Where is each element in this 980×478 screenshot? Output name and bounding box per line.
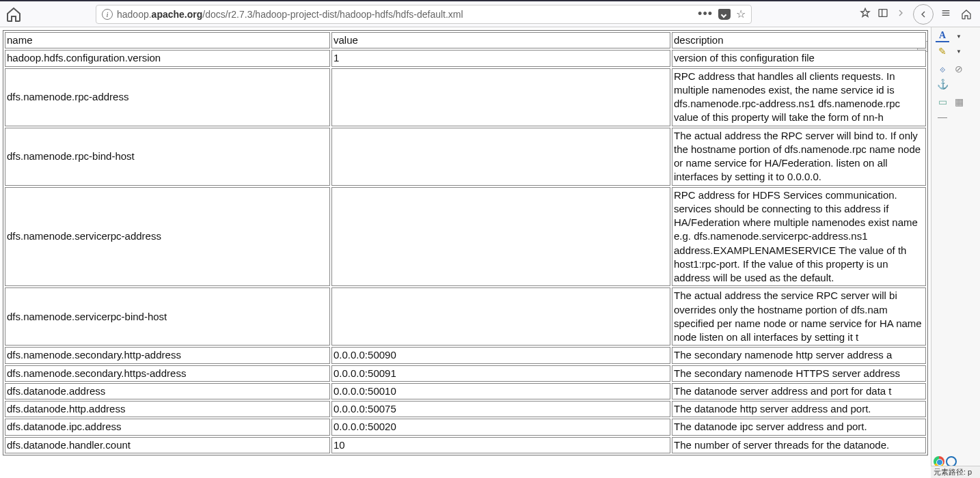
- browser-toolbar: i hadoop.apache.org/docs/r2.7.3/hadoop-p…: [0, 0, 980, 27]
- column-header-description: description: [672, 32, 926, 48]
- cell-description: version of this configuration file: [672, 50, 926, 66]
- forward-icon[interactable]: [895, 8, 906, 20]
- cell-description: The secondary namenode HTTPS server addr…: [672, 365, 926, 382]
- cell-name: dfs.namenode.secondary.http-address: [5, 347, 330, 363]
- cell-value: [331, 68, 670, 126]
- cell-description: The datanode server address and port for…: [672, 383, 926, 399]
- cell-name: dfs.datanode.handler.count: [5, 437, 330, 453]
- table-row: dfs.namenode.secondary.http-address0.0.0…: [5, 347, 926, 363]
- cell-description: The secondary namenode http server addre…: [672, 347, 926, 363]
- cell-name: hadoop.hdfs.configuration.version: [5, 50, 330, 66]
- menu-icon[interactable]: [940, 8, 951, 20]
- url-actions: ••• ☆: [698, 7, 746, 21]
- cell-description: The datanode ipc server address and port…: [672, 419, 926, 435]
- sidebar-toggle-icon[interactable]: [877, 8, 888, 20]
- table-row: dfs.datanode.handler.count10The number o…: [5, 437, 926, 453]
- dropdown-arrow-icon[interactable]: ▼: [952, 30, 966, 42]
- link-icon[interactable]: ⟐: [936, 63, 949, 75]
- cell-name: dfs.namenode.servicerpc-address: [5, 187, 330, 287]
- pocket-icon[interactable]: [718, 9, 731, 20]
- table-row: dfs.namenode.rpc-addressRPC address that…: [5, 68, 926, 126]
- cell-name: dfs.namenode.servicerpc-bind-host: [5, 287, 330, 346]
- url-text: hadoop.apache.org/docs/r2.7.3/hadoop-pro…: [117, 9, 694, 20]
- cell-description: The datanode http server address and por…: [672, 401, 926, 417]
- cell-value: 0.0.0.0:50020: [331, 419, 670, 435]
- chrome-right-controls: [860, 4, 975, 25]
- config-table: namevaluedescriptionhadoop.hdfs.configur…: [3, 30, 928, 455]
- info-icon[interactable]: i: [102, 9, 113, 20]
- cell-name: dfs.namenode.rpc-bind-host: [5, 128, 330, 186]
- table-row: dfs.namenode.servicerpc-addressRPC addre…: [5, 187, 926, 287]
- cell-value: 0.0.0.0:50010: [331, 383, 670, 399]
- cell-name: dfs.namenode.rpc-address: [5, 68, 330, 126]
- cell-value: [331, 287, 670, 346]
- cell-value: 1: [331, 50, 670, 66]
- cell-value: [331, 128, 670, 186]
- cell-description: RPC address that handles all clients req…: [672, 68, 926, 126]
- url-bar[interactable]: i hadoop.apache.org/docs/r2.7.3/hadoop-p…: [96, 5, 752, 24]
- table-row: hadoop.hdfs.configuration.version1versio…: [5, 50, 926, 66]
- column-header-value: value: [331, 32, 670, 48]
- table-icon[interactable]: ▦: [952, 96, 966, 108]
- anchor-icon[interactable]: ⚓: [936, 78, 949, 90]
- table-row: dfs.namenode.secondary.https-address0.0.…: [5, 365, 926, 382]
- cell-description: The number of server threads for the dat…: [672, 437, 926, 453]
- more-icon[interactable]: •••: [698, 7, 713, 21]
- editor-sidebar: A ▼ ✎ ▼ ⟐ ⊘ ⚓ ▭ ▦ — 元素路径: p: [931, 27, 980, 478]
- cell-description: RPC address for HDFS Services communicat…: [672, 187, 926, 287]
- table-row: dfs.datanode.address0.0.0.0:50010The dat…: [5, 383, 926, 399]
- home-icon-right[interactable]: [958, 6, 975, 23]
- cell-value: 10: [331, 437, 670, 453]
- page-content: namevaluedescriptionhadoop.hdfs.configur…: [0, 27, 931, 478]
- cell-value: 0.0.0.0:50091: [331, 365, 670, 382]
- image-icon[interactable]: ▭: [936, 96, 949, 108]
- cell-name: dfs.datanode.http.address: [5, 401, 330, 417]
- home-icon[interactable]: [5, 6, 22, 23]
- cell-name: dfs.namenode.secondary.https-address: [5, 365, 330, 382]
- pin-icon[interactable]: [860, 8, 871, 20]
- cell-name: dfs.datanode.ipc.address: [5, 419, 330, 435]
- font-color-icon[interactable]: A: [936, 30, 949, 42]
- unlink-icon[interactable]: ⊘: [952, 63, 966, 75]
- svg-rect-0: [879, 10, 887, 17]
- cell-description: The actual address the service RPC serve…: [672, 287, 926, 346]
- hr-icon[interactable]: —: [936, 111, 949, 123]
- back-button[interactable]: [913, 4, 934, 25]
- bookmark-star-icon[interactable]: ☆: [736, 8, 746, 20]
- highlight-icon[interactable]: ✎: [936, 45, 949, 57]
- cell-description: The actual address the RPC server will b…: [672, 128, 926, 186]
- column-header-name: name: [5, 32, 330, 48]
- cell-name: dfs.datanode.address: [5, 383, 330, 399]
- table-row: dfs.namenode.servicerpc-bind-hostThe act…: [5, 287, 926, 346]
- table-row: dfs.datanode.http.address0.0.0.0:50075Th…: [5, 401, 926, 417]
- status-bar: 元素路径: p: [931, 466, 980, 478]
- table-row: dfs.namenode.rpc-bind-hostThe actual add…: [5, 128, 926, 186]
- cell-value: [331, 187, 670, 287]
- cell-value: 0.0.0.0:50075: [331, 401, 670, 417]
- cell-value: 0.0.0.0:50090: [331, 347, 670, 363]
- table-row: dfs.datanode.ipc.address0.0.0.0:50020The…: [5, 419, 926, 435]
- dropdown-arrow-icon[interactable]: ▼: [952, 45, 966, 57]
